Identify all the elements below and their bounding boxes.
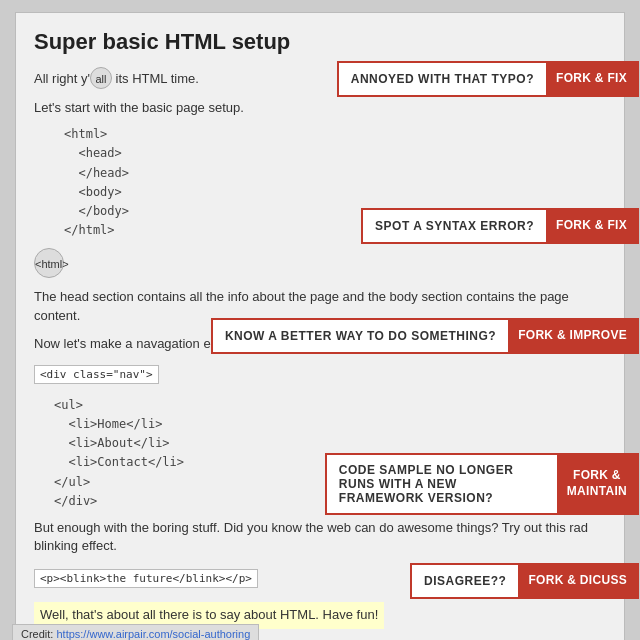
callout-syntax[interactable]: SPOT A SYNTAX ERROR? FORK & FIX bbox=[361, 208, 639, 244]
callout-maintain[interactable]: CODE SAMPLE NO LONGER RUNS WITH A NEW FR… bbox=[325, 453, 639, 515]
callout-typo-question: ANNOYED WITH THAT TYPO? bbox=[339, 63, 546, 95]
callout-discuss-question: DISAGREE?? bbox=[412, 565, 518, 597]
callout-maintain-question: CODE SAMPLE NO LONGER RUNS WITH A NEW FR… bbox=[327, 455, 557, 513]
credit-link[interactable]: https://www.airpair.com/social-authoring bbox=[56, 628, 250, 640]
line2: Let's start with the basic page setup. bbox=[34, 99, 606, 117]
callout-improve-action[interactable]: FORK & IMPROVE bbox=[508, 320, 637, 352]
div-nav-code: <div class="nav"> bbox=[34, 365, 159, 384]
callout-maintain-action[interactable]: FORK &MAINTAIN bbox=[557, 455, 637, 513]
line6: But enough with the boring stuff. Did yo… bbox=[34, 519, 606, 555]
callout-improve-question: KNOW A BETTER WAY TO DO SOMETHING? bbox=[213, 320, 508, 352]
callout-syntax-action[interactable]: FORK & FIX bbox=[546, 210, 637, 242]
callout-typo-action[interactable]: FORK & FIX bbox=[546, 63, 637, 95]
blink-code: <p><blink>the future</blink></p> bbox=[34, 569, 258, 588]
credit-line: Credit: https://www.airpair.com/social-a… bbox=[12, 624, 259, 640]
page-title: Super basic HTML setup bbox=[34, 29, 606, 55]
callout-syntax-question: SPOT A SYNTAX ERROR? bbox=[363, 210, 546, 242]
highlight-circle: all bbox=[90, 67, 112, 89]
callout-discuss[interactable]: DISAGREE?? FORK & DICUSS bbox=[410, 563, 639, 599]
html-circle: <html> bbox=[34, 248, 64, 278]
main-content: Super basic HTML setup All right y'all i… bbox=[15, 12, 625, 640]
callout-discuss-action[interactable]: FORK & DICUSS bbox=[518, 565, 637, 597]
callout-improve[interactable]: KNOW A BETTER WAY TO DO SOMETHING? FORK … bbox=[211, 318, 639, 354]
html-tag-line: <html> bbox=[34, 248, 606, 278]
credit-text: Credit: https://www.airpair.com/social-a… bbox=[21, 628, 250, 640]
callout-typo[interactable]: ANNOYED WITH THAT TYPO? FORK & FIX bbox=[337, 61, 639, 97]
